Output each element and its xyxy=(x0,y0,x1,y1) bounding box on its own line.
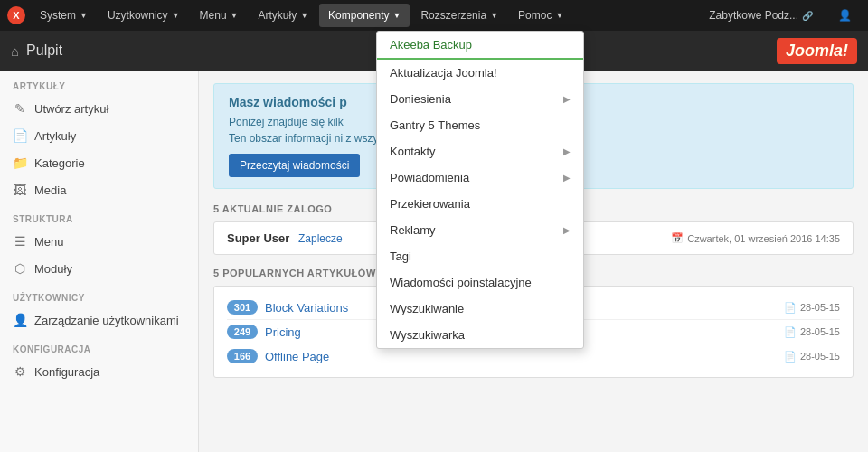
folder-icon: 📁 xyxy=(13,155,27,170)
nav-artykuly-label: Artykuły xyxy=(259,9,297,22)
dropdown-label-powiadomienia: Powiadomienia xyxy=(390,171,469,184)
dropdown-label-kontakty: Kontakty xyxy=(390,145,436,158)
sidebar-item-modules[interactable]: ⬡ Moduły xyxy=(0,255,198,282)
sidebar-section-konfiguracja: KONFIGURACJA xyxy=(0,334,198,358)
nav-menu-label: Menu xyxy=(200,9,227,22)
media-icon: 🖼 xyxy=(13,183,27,197)
external-link-icon: 🔗 xyxy=(802,11,813,21)
user-menu[interactable]: 👤 xyxy=(829,4,861,27)
article-date-text-1: 28-05-15 xyxy=(800,326,840,337)
dropdown-item-kontakty[interactable]: Kontakty ▶ xyxy=(377,138,583,165)
article-count-2: 166 xyxy=(227,349,258,363)
page-title: Pulpit xyxy=(26,42,62,59)
sidebar-item-media[interactable]: 🖼 Media xyxy=(0,176,198,203)
sidebar-create-article-label: Utwórz artykuł xyxy=(34,102,108,116)
article-date-icon-2: 📄 xyxy=(784,351,797,363)
dropdown-item-aktualizacja[interactable]: Aktualizacja Joomla! xyxy=(377,60,583,86)
sidebar-section-artykuly: ARTYKUŁY xyxy=(0,71,198,95)
sidebar-section-struktura: STRUKTURA xyxy=(0,203,198,228)
nav-system[interactable]: System ▼ xyxy=(31,4,97,27)
logged-in-user: Super User Zaplecze xyxy=(227,231,343,245)
article-date-0: 📄 28-05-15 xyxy=(784,302,840,314)
article-date-text-2: 28-05-15 xyxy=(800,351,840,362)
logged-in-role: Zaplecze xyxy=(298,232,343,245)
sidebar-item-create-article[interactable]: ✎ Utwórz artykuł xyxy=(0,95,198,122)
dropdown-item-tagi[interactable]: Tagi xyxy=(377,243,583,269)
top-navbar-right: Zabytkowe Podz... 🔗 👤 xyxy=(700,4,861,27)
site-link-label: Zabytkowe Podz... xyxy=(709,9,798,22)
article-date-icon-0: 📄 xyxy=(784,302,797,314)
nav-komponenty[interactable]: Komponenty ▼ xyxy=(319,4,410,27)
nav-menu[interactable]: Menu ▼ xyxy=(191,4,248,27)
user-icon: 👤 xyxy=(838,9,852,22)
dropdown-item-przekierowania[interactable]: Przekierowania xyxy=(377,191,583,217)
nav-rozszerzenia[interactable]: Rozszerzenia ▼ xyxy=(411,4,507,27)
nav-uzytkownicy-caret: ▼ xyxy=(172,11,180,20)
article-icon: 📄 xyxy=(13,128,27,143)
article-title-2[interactable]: Offline Page xyxy=(265,350,777,363)
dropdown-item-wyszukiwanie[interactable]: Wyszukiwanie xyxy=(377,296,583,322)
joomla-logo: Joomla! xyxy=(777,38,857,64)
joomla-logo-text: Joomla! xyxy=(786,42,848,60)
users-icon: 👤 xyxy=(13,313,27,327)
joomla-icon[interactable]: X xyxy=(7,6,25,24)
dropdown-label-reklamy: Reklamy xyxy=(390,223,436,237)
nav-pomoc[interactable]: Pomoc ▼ xyxy=(509,4,572,27)
nav-komponenty-caret: ▼ xyxy=(393,11,401,20)
site-link[interactable]: Zabytkowe Podz... 🔗 xyxy=(700,4,822,27)
dropdown-label-wyszukiwanie: Wyszukiwanie xyxy=(390,302,464,315)
nav-pomoc-label: Pomoc xyxy=(518,9,552,22)
dropdown-item-gantry[interactable]: Gantry 5 Themes xyxy=(377,112,583,138)
modules-icon: ⬡ xyxy=(13,261,27,276)
top-navbar: X System ▼ Użytkownicy ▼ Menu ▼ Artykuły… xyxy=(0,0,868,31)
home-icon[interactable]: ⌂ xyxy=(11,43,19,59)
dropdown-label-doniesienia: Doniesienia xyxy=(390,92,451,106)
read-messages-button[interactable]: Przeczytaj wiadomości xyxy=(229,154,360,177)
nav-uzytkownicy-label: Użytkownicy xyxy=(108,9,168,22)
dropdown-item-akeeba[interactable]: Akeeba Backup xyxy=(377,32,583,60)
nav-artykuly[interactable]: Artykuły ▼ xyxy=(250,4,318,27)
nav-system-label: System xyxy=(40,9,76,22)
second-navbar-title: ⌂ Pulpit xyxy=(11,42,62,59)
article-date-2: 📄 28-05-15 xyxy=(784,351,840,363)
submenu-arrow-doniesienia: ▶ xyxy=(563,94,571,104)
top-navbar-left: X System ▼ Użytkownicy ▼ Menu ▼ Artykuły… xyxy=(7,4,572,27)
article-date-icon-1: 📄 xyxy=(784,326,797,338)
sidebar-categories-label: Kategorie xyxy=(34,156,85,170)
dropdown-label-gantry: Gantry 5 Themes xyxy=(390,118,480,132)
sidebar-item-menu[interactable]: ☰ Menu xyxy=(0,228,198,255)
sidebar-menu-label: Menu xyxy=(34,235,64,249)
dropdown-label-akeeba: Akeeba Backup xyxy=(390,38,472,52)
sidebar-manage-users-label: Zarządzanie użytkownikami xyxy=(34,314,179,327)
calendar-icon: 📅 xyxy=(671,232,684,244)
article-count-0: 301 xyxy=(227,300,258,315)
article-date-text-0: 28-05-15 xyxy=(800,302,840,313)
nav-komponenty-label: Komponenty xyxy=(328,9,389,22)
sidebar-item-config[interactable]: ⚙ Konfiguracja xyxy=(0,358,198,385)
dropdown-item-wyszukiwarka[interactable]: Wyszukiwarka xyxy=(377,322,583,348)
sidebar-articles-label: Artykuły xyxy=(34,129,76,143)
sidebar-media-label: Media xyxy=(34,184,66,197)
sidebar-item-manage-users[interactable]: 👤 Zarządzanie użytkownikami xyxy=(0,306,198,334)
sidebar-modules-label: Moduły xyxy=(34,262,72,276)
pencil-icon: ✎ xyxy=(13,101,27,116)
sidebar-section-uzytkownicy: UŻYTKOWNICY xyxy=(0,282,198,306)
sidebar: ARTYKUŁY ✎ Utwórz artykuł 📄 Artykuły 📁 K… xyxy=(0,71,199,452)
dropdown-item-wiadomosci[interactable]: Wiadomości poinstalacyjne xyxy=(377,269,583,296)
logged-in-date: Czwartek, 01 wrzesień 2016 14:35 xyxy=(687,233,840,244)
dropdown-item-powiadomienia[interactable]: Powiadomienia ▶ xyxy=(377,165,583,191)
submenu-arrow-powiadomienia: ▶ xyxy=(563,173,571,183)
nav-rozszerzenia-caret: ▼ xyxy=(490,11,498,20)
submenu-arrow-reklamy: ▶ xyxy=(563,225,571,235)
submenu-arrow-kontakty: ▶ xyxy=(563,146,571,156)
nav-artykuly-caret: ▼ xyxy=(300,11,308,20)
second-navbar-logo: Joomla! xyxy=(777,38,857,64)
dropdown-item-doniesienia[interactable]: Doniesienia ▶ xyxy=(377,86,583,112)
sidebar-item-articles[interactable]: 📄 Artykuły xyxy=(0,122,198,149)
sidebar-item-categories[interactable]: 📁 Kategorie xyxy=(0,149,198,176)
nav-uzytkownicy[interactable]: Użytkownicy ▼ xyxy=(99,4,189,27)
article-date-1: 📄 28-05-15 xyxy=(784,326,840,338)
article-count-1: 249 xyxy=(227,325,258,339)
dropdown-item-reklamy[interactable]: Reklamy ▶ xyxy=(377,217,583,243)
komponenty-dropdown: Akeeba Backup Aktualizacja Joomla! Donie… xyxy=(376,31,584,349)
